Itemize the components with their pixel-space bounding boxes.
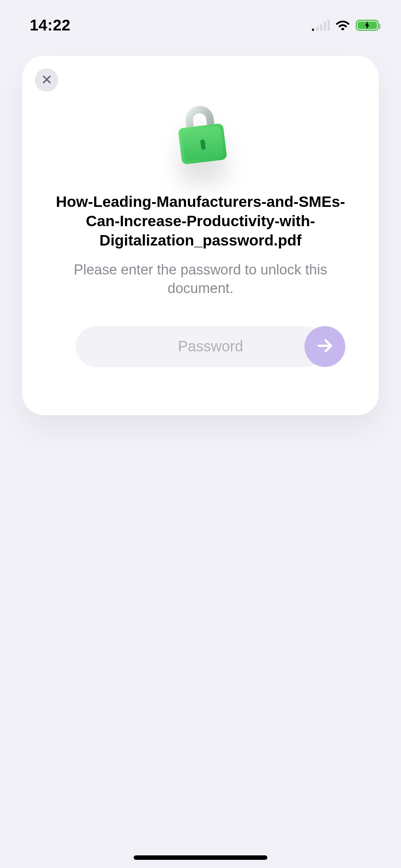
status-icons	[312, 20, 379, 31]
instruction-text: Please enter the password to unlock this…	[35, 260, 366, 298]
password-input-row	[76, 326, 325, 367]
home-indicator[interactable]	[134, 855, 267, 860]
lock-icon	[171, 103, 230, 170]
battery-charging-icon	[356, 20, 379, 31]
arrow-right-icon	[316, 337, 334, 356]
close-button[interactable]	[35, 68, 58, 92]
document-title: How-Leading-Manufacturers-and-SMEs-Can-I…	[35, 192, 366, 250]
cellular-signal-icon	[312, 20, 330, 31]
status-time: 14:22	[30, 16, 71, 34]
password-input[interactable]	[76, 338, 304, 355]
close-icon	[41, 74, 52, 86]
wifi-icon	[336, 20, 350, 31]
submit-button[interactable]	[304, 326, 345, 367]
status-bar: 14:22	[0, 0, 401, 37]
password-modal: How-Leading-Manufacturers-and-SMEs-Can-I…	[22, 56, 379, 415]
